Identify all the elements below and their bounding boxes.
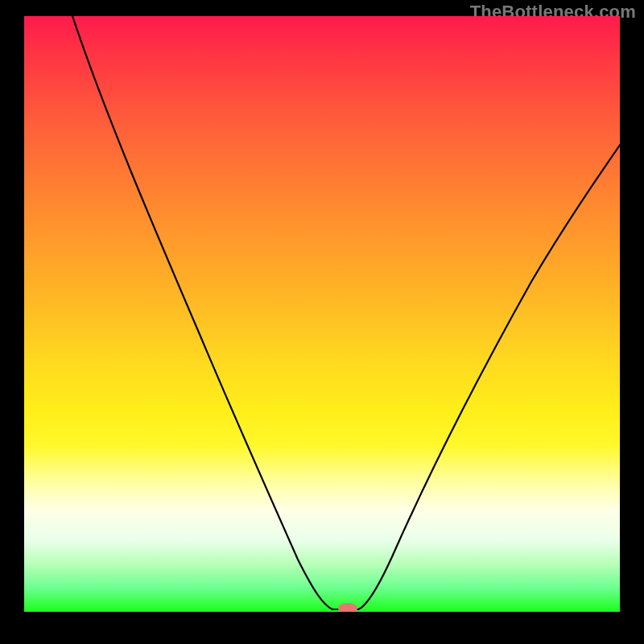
chart-container: TheBottleneck.com bbox=[0, 0, 644, 644]
optimal-marker bbox=[338, 603, 357, 612]
plot-gradient-area bbox=[24, 16, 620, 612]
bottleneck-curve bbox=[72, 16, 620, 609]
curve-svg bbox=[24, 16, 620, 612]
